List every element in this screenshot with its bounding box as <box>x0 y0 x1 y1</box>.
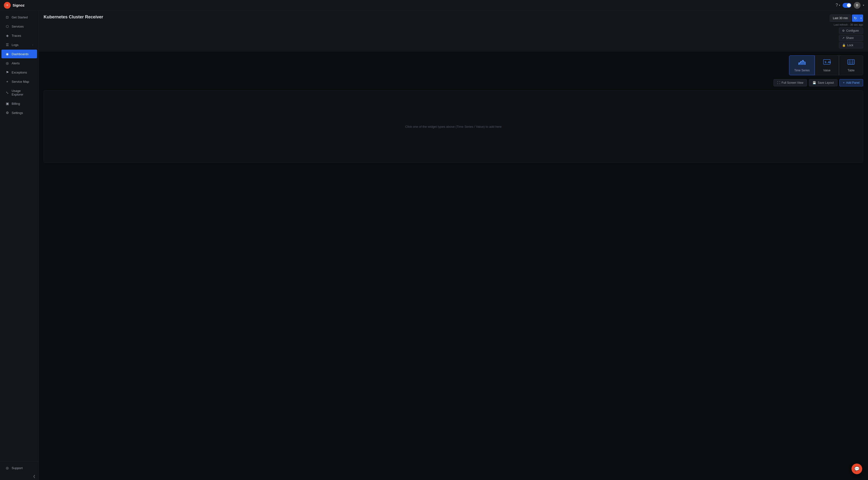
logo-icon: 👁 <box>4 2 11 9</box>
sidebar-item-services[interactable]: ⬡ Services <box>1 22 37 31</box>
widget-type-table[interactable]: Table <box>839 56 863 75</box>
bottom-action-bar: ⛶ Full Screen View 💾 Save Layout + Add P… <box>39 77 868 88</box>
sidebar-item-billing[interactable]: ▣ Billing <box>1 99 37 108</box>
lock-icon: 🔒 <box>842 43 846 47</box>
sidebar-item-traces[interactable]: ◈ Traces <box>1 31 37 40</box>
table-icon <box>847 59 855 67</box>
save-layout-icon: 💾 <box>812 81 816 84</box>
time-series-icon <box>798 59 806 67</box>
sidebar-item-alerts[interactable]: ◎ Alerts <box>1 59 37 68</box>
service-map-icon: ⌖ <box>5 79 9 84</box>
share-button[interactable]: ↗ Share <box>839 35 863 41</box>
sidebar-item-support[interactable]: ◎ Support <box>1 464 37 472</box>
collapse-icon: ❮ <box>33 474 36 478</box>
panel-placeholder-text: Click one of the widget types above (Tim… <box>405 125 502 129</box>
share-icon: ↗ <box>842 36 844 40</box>
main-layout: ⊡ Get Started ⬡ Services ◈ Traces ☰ Logs… <box>0 11 868 480</box>
svg-rect-6 <box>848 60 855 64</box>
sidebar-label-services: Services <box>11 25 24 28</box>
full-screen-icon: ⛶ <box>777 81 780 84</box>
lock-button[interactable]: 🔒 Lock <box>839 42 863 48</box>
sidebar-label-settings: Settings <box>11 111 23 115</box>
save-layout-button[interactable]: 💾 Save Layout <box>809 79 837 87</box>
topbar-left: 👁 Signoz <box>4 2 25 9</box>
sidebar-label-traces: Traces <box>11 34 21 37</box>
widget-type-time-series[interactable]: Time Series <box>789 56 815 75</box>
time-range-button[interactable]: Last 30 min <box>830 14 851 22</box>
sidebar-label-service-map: Service Map <box>11 80 29 83</box>
sidebar-label-usage-explorer: Usage Explorer <box>11 89 33 96</box>
traces-icon: ◈ <box>5 34 9 37</box>
alerts-icon: ◎ <box>5 61 9 65</box>
dashboard-title: Kubernetes Cluster Receiver <box>43 14 103 20</box>
full-screen-view-button[interactable]: ⛶ Full Screen View <box>774 79 807 87</box>
refresh-more-button[interactable]: ▾ <box>859 14 863 22</box>
sidebar: ⊡ Get Started ⬡ Services ◈ Traces ☰ Logs… <box>0 11 39 480</box>
add-panel-button[interactable]: + Add Panel <box>839 79 863 87</box>
usage-explorer-icon: ⤡ <box>5 91 9 95</box>
refresh-button[interactable]: ↻ <box>852 14 859 22</box>
sidebar-item-exceptions[interactable]: ⚑ Exceptions <box>1 68 37 77</box>
sidebar-label-exceptions: Exceptions <box>11 71 27 74</box>
sidebar-item-usage-explorer[interactable]: ⤡ Usage Explorer <box>1 87 37 99</box>
support-icon: ◎ <box>5 466 9 470</box>
configure-button[interactable]: ⚙ Configure <box>839 28 863 34</box>
svg-rect-3 <box>804 62 806 65</box>
services-icon: ⬡ <box>5 25 9 28</box>
svg-text:9.46: 9.46 <box>825 61 831 64</box>
sidebar-label-support: Support <box>11 466 23 470</box>
user-menu-chevron[interactable]: ▾ <box>863 4 864 6</box>
settings-icon: ⚙ <box>5 111 9 115</box>
sidebar-bottom: ◎ Support ❮ <box>0 461 38 480</box>
refresh-icon: ↻ <box>854 16 857 20</box>
value-label: Value <box>823 69 831 72</box>
configure-icon: ⚙ <box>842 29 845 32</box>
topbar-right: ? ▾ D ▾ <box>836 2 864 9</box>
last-refresh-label: Last refresh - 36 sec ago <box>834 23 863 26</box>
sidebar-label-get-started: Get Started <box>11 15 28 19</box>
dashboard-header-actions: Last 30 min ↻ ▾ Last refresh - 3 <box>830 14 863 48</box>
get-started-icon: ⊡ <box>5 15 9 19</box>
time-series-label: Time Series <box>794 69 810 72</box>
dashboard-header: Kubernetes Cluster Receiver Last 30 min … <box>39 11 868 52</box>
help-chevron: ▾ <box>839 4 840 6</box>
widget-type-bar: Time Series 9.46 Value <box>39 52 868 77</box>
app-name: Signoz <box>12 3 25 7</box>
user-avatar[interactable]: D <box>854 2 861 9</box>
sidebar-item-get-started[interactable]: ⊡ Get Started <box>1 13 37 22</box>
refresh-chevron-icon: ▾ <box>861 17 862 20</box>
dashboard-action-buttons: ⚙ Configure ↗ Share 🔒 Lock <box>839 28 863 48</box>
sidebar-item-logs[interactable]: ☰ Logs › <box>1 40 37 49</box>
sidebar-item-settings[interactable]: ⚙ Settings <box>1 108 37 117</box>
chat-icon: 💬 <box>854 466 860 472</box>
add-panel-icon: + <box>843 81 845 84</box>
toggle-knob <box>847 3 851 7</box>
widget-type-value[interactable]: 9.46 Value <box>815 56 839 75</box>
topbar: 👁 Signoz ? ▾ D ▾ <box>0 0 868 11</box>
sidebar-collapse-button[interactable]: ❮ <box>0 473 38 480</box>
sidebar-item-dashboards[interactable]: ◉ Dashboards <box>1 49 37 58</box>
panel-placeholder: Click one of the widget types above (Tim… <box>43 90 863 163</box>
sidebar-label-dashboards: Dashboards <box>11 52 29 56</box>
value-icon: 9.46 <box>823 59 831 67</box>
theme-toggle[interactable] <box>843 3 851 8</box>
chat-fab-button[interactable]: 💬 <box>851 464 862 474</box>
exceptions-icon: ⚑ <box>5 70 9 74</box>
sidebar-label-logs: Logs <box>11 43 19 47</box>
logs-icon: ☰ <box>5 43 9 47</box>
sidebar-label-alerts: Alerts <box>11 62 20 65</box>
table-label: Table <box>848 69 855 72</box>
help-button[interactable]: ? ▾ <box>836 3 840 8</box>
sidebar-item-service-map[interactable]: ⌖ Service Map <box>1 77 37 86</box>
logs-expand-icon: › <box>32 43 33 46</box>
dashboards-icon: ◉ <box>5 52 9 56</box>
sidebar-label-billing: Billing <box>11 102 20 105</box>
content-area: Kubernetes Cluster Receiver Last 30 min … <box>39 11 868 480</box>
billing-icon: ▣ <box>5 102 9 105</box>
